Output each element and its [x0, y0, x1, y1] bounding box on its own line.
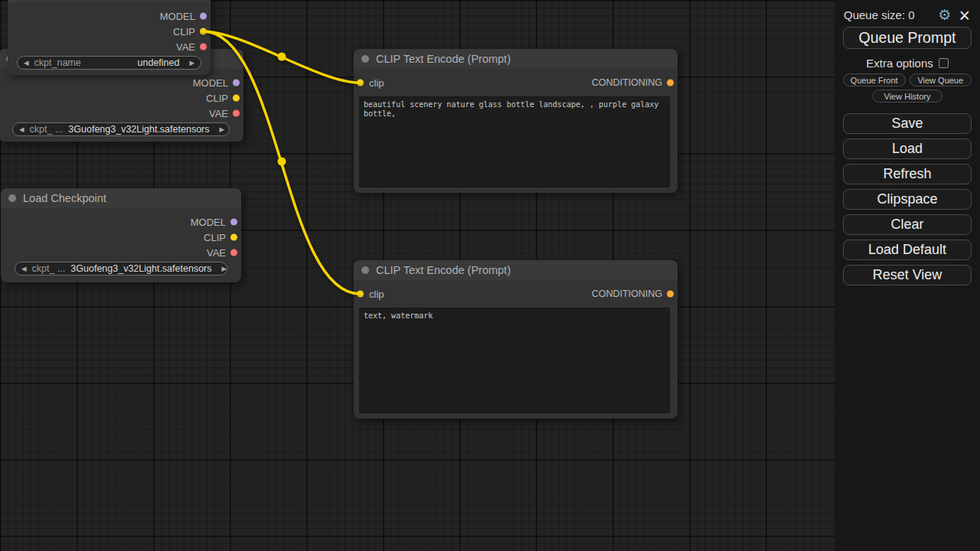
combo-prev-icon[interactable]: ◀	[21, 266, 27, 272]
ckpt-name-combo-widget[interactable]: ◀ ckpt_ ... 3Guofeng3_v32Light.safetenso…	[15, 262, 227, 276]
view-queue-button[interactable]: View Queue	[910, 73, 972, 86]
model-output-port[interactable]	[230, 219, 237, 226]
load-default-button[interactable]: Load Default	[843, 240, 972, 260]
io-slot-row: clip CONDITIONING	[354, 286, 678, 302]
widget-value: 3Guofeng3_v32Light.safetensors	[68, 124, 209, 135]
queue-size-value: 0	[908, 8, 914, 21]
extra-options-checkbox[interactable]	[939, 58, 949, 68]
node-title: CLIP Text Encode (Prompt)	[376, 264, 511, 276]
ckpt-name-combo-widget[interactable]: ◀ ckpt_name undefined ▶	[17, 56, 201, 70]
action-buttons: Save Load Refresh Clipspace Clear Load D…	[843, 113, 972, 285]
node-title-bar[interactable]: CLIP Text Encode (Prompt)	[354, 260, 678, 280]
conditioning-output-port[interactable]	[667, 80, 674, 86]
vae-output-port[interactable]	[200, 44, 207, 51]
collapse-dot[interactable]	[361, 266, 369, 274]
widget-name: ckpt_ ...	[32, 263, 66, 274]
clear-button[interactable]: Clear	[843, 214, 972, 235]
save-button[interactable]: Save	[843, 113, 972, 134]
view-history-button[interactable]: View History	[872, 90, 942, 103]
vae-output-port[interactable]	[233, 110, 240, 117]
node-load-checkpoint[interactable]: Load Checkpoint MODEL CLIP VAE ◀ ckpt_ .	[1, 188, 241, 282]
widget-name: ckpt_ ...	[30, 124, 64, 135]
node-title: Load Checkpoint	[23, 192, 106, 204]
queue-prompt-button[interactable]: Queue Prompt	[843, 27, 972, 49]
output-slot-model: MODEL	[8, 8, 211, 24]
node-clip-text-encode-negative[interactable]: CLIP Text Encode (Prompt) clip CONDITION…	[354, 260, 678, 419]
vae-output-port[interactable]	[230, 249, 237, 256]
settings-gear-icon[interactable]: ⚙	[938, 8, 951, 22]
clip-output-port[interactable]	[200, 28, 207, 35]
widget-value: undefined	[138, 57, 180, 68]
clip-input-port[interactable]	[357, 80, 364, 86]
slot-label: CONDITIONING	[592, 77, 678, 88]
widget-value: 3Guofeng3_v32Light.safetensors	[70, 263, 211, 274]
queue-size-status: Queue size: 0	[844, 8, 915, 21]
output-slot-vae: VAE	[1, 245, 241, 260]
ckpt-name-combo-widget[interactable]: ◀ ckpt_ ... 3Guofeng3_v32Light.safetenso…	[12, 122, 230, 136]
output-slot-vae: VAE	[0, 106, 243, 121]
collapse-dot[interactable]	[8, 194, 16, 202]
collapse-dot[interactable]	[361, 55, 369, 63]
close-icon[interactable]: ×	[959, 8, 970, 22]
comfy-menu-panel: Queue size: 0 ⚙ × Queue Prompt Extra opt…	[835, 0, 980, 551]
queue-size-label: Queue size:	[844, 8, 905, 21]
refresh-button[interactable]: Refresh	[843, 164, 972, 184]
combo-next-icon[interactable]: ▶	[189, 60, 194, 67]
clipspace-button[interactable]: Clipspace	[843, 189, 972, 210]
menu-header: Queue size: 0 ⚙ ×	[843, 6, 972, 27]
combo-prev-icon[interactable]: ◀	[24, 60, 29, 67]
output-slot-clip: CLIP	[1, 230, 241, 245]
io-slot-row: clip CONDITIONING	[354, 75, 678, 90]
output-slot-clip: CLIP	[8, 24, 211, 39]
node-title-bar[interactable]: Load Checkpoint	[1, 188, 241, 208]
node-graph-canvas[interactable]: MODEL CLIP VAE ◀ ckpt_ ... 3Guofeng3_v32…	[0, 0, 835, 551]
clip-output-port[interactable]	[230, 234, 237, 241]
node-title: CLIP Text Encode (Prompt)	[376, 53, 511, 65]
extra-options-label: Extra options	[866, 57, 933, 70]
model-output-port[interactable]	[200, 13, 207, 20]
node-load-checkpoint-top[interactable]: MODEL CLIP VAE ◀ ckpt_name undefined ▶	[8, 0, 211, 75]
reset-view-button[interactable]: Reset View	[843, 265, 972, 285]
wire-midpoint-dot	[278, 158, 286, 166]
positive-prompt-textarea[interactable]: beautiful scenery nature glass bottle la…	[359, 96, 670, 187]
node-clip-text-encode-positive[interactable]: CLIP Text Encode (Prompt) clip CONDITION…	[354, 49, 678, 193]
wire-midpoint-dot	[278, 53, 286, 61]
extra-options-row: Extra options	[843, 57, 972, 70]
load-button[interactable]: Load	[843, 139, 972, 159]
clip-input-port[interactable]	[357, 291, 364, 298]
clip-output-port[interactable]	[233, 95, 240, 102]
model-output-port[interactable]	[233, 80, 240, 86]
output-slot-model: MODEL	[1, 214, 241, 230]
output-slot-clip: CLIP	[0, 90, 243, 106]
comfyui-app: MODEL CLIP VAE ◀ ckpt_ ... 3Guofeng3_v32…	[0, 0, 980, 551]
output-slot-model: MODEL	[0, 75, 243, 90]
widget-name: ckpt_name	[34, 57, 81, 68]
node-title-bar[interactable]: CLIP Text Encode (Prompt)	[354, 49, 678, 69]
negative-prompt-textarea[interactable]: text, watermark	[359, 308, 670, 413]
queue-front-button[interactable]: Queue Front	[843, 73, 906, 86]
queue-controls-row: Queue Front View Queue	[843, 73, 972, 86]
combo-next-icon[interactable]: ▶	[222, 266, 227, 272]
output-slot-vae: VAE	[8, 39, 211, 54]
slot-label: CONDITIONING	[592, 289, 678, 299]
combo-next-icon[interactable]: ▶	[220, 126, 225, 133]
combo-prev-icon[interactable]: ◀	[19, 126, 24, 133]
conditioning-output-port[interactable]	[667, 291, 674, 298]
